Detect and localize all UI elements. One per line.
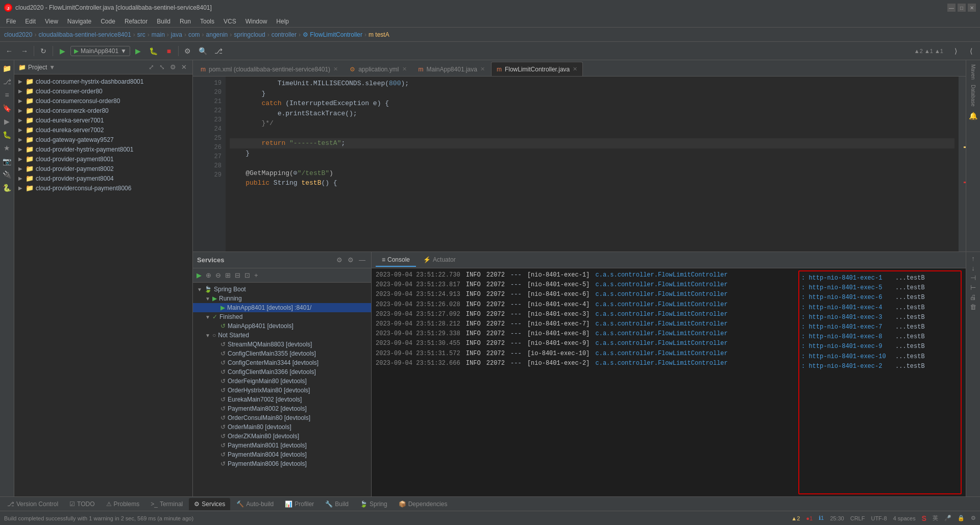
tree-item-payment8006[interactable]: ▶ 📁 cloud-providerconsul-payment8006: [14, 183, 192, 193]
services-payment8004[interactable]: ↺ PaymentMain8004 [devtools]: [193, 450, 371, 459]
services-mainapp8401[interactable]: ▶ MainApp8401 [devtools] :8401/: [193, 303, 371, 312]
project-hide-button[interactable]: ✕: [180, 63, 188, 71]
bottom-tab-version-control[interactable]: ⎇ Version Control: [2, 498, 63, 510]
camera-icon[interactable]: 📷: [1, 155, 13, 167]
breadcrumb-controller[interactable]: controller: [272, 31, 297, 38]
bottom-tab-dependencies[interactable]: 📦 Dependencies: [394, 498, 453, 510]
breadcrumb-com[interactable]: com: [188, 31, 200, 38]
structure-icon[interactable]: ≡: [1, 89, 13, 101]
commit-icon[interactable]: ⎇: [1, 76, 13, 88]
services-eureka7002[interactable]: ↺ EurekaMain7002 [devtools]: [193, 395, 371, 404]
services-settings-button[interactable]: ⚙: [335, 256, 344, 264]
maven-icon[interactable]: Maven: [967, 62, 979, 82]
services-orderconsul[interactable]: ↺ OrderConsulMain80 [devtools]: [193, 413, 371, 422]
toolbar-debug-button[interactable]: 🐛: [146, 44, 161, 58]
toolbar-forward-button[interactable]: →: [17, 44, 32, 58]
menu-code[interactable]: Code: [96, 17, 119, 26]
bottom-tab-spring[interactable]: 🍃 Spring: [355, 498, 393, 510]
breadcrumb-controller-class[interactable]: ⚙ FlowLimitController: [303, 31, 362, 38]
tree-item-consumerconsul[interactable]: ▶ 📁 cloud-consumerconsul-order80: [14, 96, 192, 106]
services-gear-button[interactable]: ⚙: [346, 256, 355, 264]
tree-item-consumerzk[interactable]: ▶ 📁 cloud-consumerzk-order80: [14, 106, 192, 115]
services-expand-button[interactable]: ⊕: [204, 271, 213, 280]
bottom-tab-profiler[interactable]: 📊 Profiler: [280, 498, 319, 510]
toolbar-collapse-button[interactable]: ⟨: [964, 44, 978, 58]
project-dropdown-icon[interactable]: ▼: [49, 64, 55, 71]
menu-help[interactable]: Help: [272, 17, 293, 26]
toolbar-expand-button[interactable]: ⟩: [948, 44, 963, 58]
services-configcenter3344[interactable]: ↺ ConfigCenterMain3344 [devtools]: [193, 358, 371, 367]
services-payment8006[interactable]: ↺ PaymentMain8006 [devtools]: [193, 459, 371, 468]
project-icon[interactable]: 📁: [1, 62, 13, 74]
menu-edit[interactable]: Edit: [21, 17, 40, 26]
services-spring-boot[interactable]: ▼ 🍃 Spring Boot: [193, 285, 371, 294]
menu-file[interactable]: File: [2, 17, 20, 26]
breadcrumb-cloud2020[interactable]: cloud2020: [4, 31, 32, 38]
console-tab-console[interactable]: ≡ Console: [376, 254, 416, 267]
favorites-icon[interactable]: ★: [1, 142, 13, 154]
menu-navigate[interactable]: Navigate: [63, 17, 95, 26]
tree-item-consumer80[interactable]: ▶ 📁 cloud-consumer-order80: [14, 86, 192, 96]
toolbar-run-button[interactable]: ▶: [131, 44, 145, 58]
tree-item-payment8001[interactable]: ▶ 📁 cloud-provider-payment8001: [14, 154, 192, 164]
services-configclient3366[interactable]: ↺ ConfigClientMain3366 [devtools]: [193, 367, 371, 377]
services-not-started-group[interactable]: ▼ ○ Not Started: [193, 331, 371, 340]
services-group-button[interactable]: ⊞: [224, 271, 232, 280]
toolbar-back-button[interactable]: ←: [2, 44, 16, 58]
toolbar-settings-button[interactable]: ⚙: [181, 44, 195, 58]
breadcrumb-java[interactable]: java: [171, 31, 182, 38]
print-button[interactable]: 🖨: [968, 293, 978, 302]
toolbar-git-button[interactable]: ⎇: [211, 44, 226, 58]
tab-flowlimit[interactable]: m FlowLimitController.java ✕: [491, 62, 583, 76]
menu-refactor[interactable]: Refactor: [120, 17, 152, 26]
services-more-button[interactable]: ⊡: [243, 271, 252, 280]
services-mainapp8401-finished[interactable]: ↺ MainApp8401 [devtools]: [193, 321, 371, 331]
python-icon[interactable]: 🐍: [1, 182, 13, 194]
tab-pom-close[interactable]: ✕: [333, 66, 338, 72]
maximize-button[interactable]: □: [958, 4, 966, 12]
breadcrumb-springcloud[interactable]: springcloud: [234, 31, 265, 38]
services-orderfeign[interactable]: ↺ OrderFeignMain80 [devtools]: [193, 377, 371, 386]
tree-item-gateway[interactable]: ▶ 📁 cloud-gateway-gateway9527: [14, 135, 192, 144]
services-payment8002[interactable]: ↺ PaymentMain8002 [devtools]: [193, 404, 371, 413]
breadcrumb-angenin[interactable]: angenin: [206, 31, 228, 38]
toolbar-stop-button[interactable]: ■: [162, 44, 176, 58]
trash-button[interactable]: 🗑: [968, 303, 978, 311]
code-content[interactable]: TimeUnit.MILLISECONDS.sleep(800); } catc…: [226, 77, 959, 252]
breadcrumb-method[interactable]: m testA: [369, 31, 389, 38]
scroll-down-button[interactable]: ↓: [970, 264, 976, 272]
menu-run[interactable]: Run: [176, 17, 195, 26]
tree-item-payment8004[interactable]: ▶ 📁 cloud-provider-payment8004: [14, 173, 192, 183]
run-config-selector[interactable]: ▶ MainApp8401 ▼: [70, 46, 130, 56]
bookmarks-icon[interactable]: 🔖: [1, 102, 13, 114]
services-orderhystrix[interactable]: ↺ OrderHystrixMain80 [devtools]: [193, 386, 371, 395]
breadcrumb-main[interactable]: main: [152, 31, 165, 38]
tab-application-yml[interactable]: ⚙ application.yml ✕: [344, 62, 412, 76]
project-settings-button[interactable]: ⚙: [168, 63, 178, 71]
services-add-button[interactable]: +: [253, 271, 260, 280]
bottom-tab-problems[interactable]: ⚠ Problems: [101, 498, 145, 510]
notifications-icon[interactable]: 🔔: [967, 110, 979, 122]
menu-tools[interactable]: Tools: [196, 17, 218, 26]
bottom-tab-terminal[interactable]: >_ Terminal: [145, 498, 188, 510]
console-tab-actuator[interactable]: ⚡ Actuator: [417, 254, 462, 267]
project-collapse-all-button[interactable]: ⤡: [158, 63, 166, 71]
bottom-tab-auto-build[interactable]: 🔨 Auto-build: [231, 498, 279, 510]
scroll-up-button[interactable]: ↑: [970, 254, 976, 263]
plugin-icon[interactable]: 🔌: [1, 168, 13, 181]
database-icon[interactable]: Database: [967, 83, 979, 109]
bottom-tab-todo[interactable]: ☑ TODO: [64, 498, 100, 510]
toolbar-search-button[interactable]: 🔍: [196, 44, 210, 58]
services-filter-button[interactable]: ⊟: [233, 271, 242, 280]
toolbar-refresh-button[interactable]: ↻: [36, 44, 51, 58]
project-expand-all-button[interactable]: ⤢: [147, 63, 156, 71]
menu-build[interactable]: Build: [153, 17, 175, 26]
debug-icon[interactable]: 🐛: [1, 129, 13, 141]
menu-window[interactable]: Window: [241, 17, 272, 26]
services-payment8001[interactable]: ↺ PaymentMain8001 [devtools]: [193, 441, 371, 450]
minimize-button[interactable]: —: [947, 4, 955, 12]
services-collapse-button[interactable]: ⊖: [214, 271, 223, 280]
run-icon[interactable]: ▶: [1, 115, 13, 128]
breadcrumb-src[interactable]: src: [137, 31, 145, 38]
tab-mainapp[interactable]: m MainApp8401.java ✕: [413, 62, 491, 76]
